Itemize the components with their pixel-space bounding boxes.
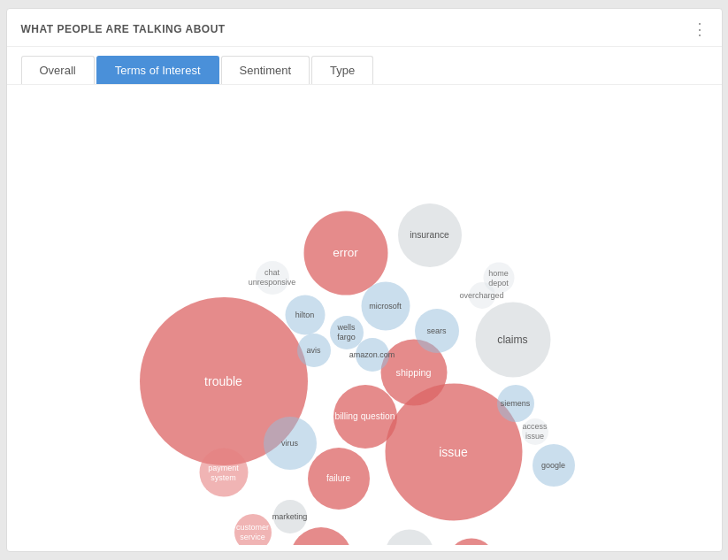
bubble-label: insurance (410, 230, 449, 241)
bubble-siemens[interactable]: siemens (497, 385, 534, 422)
bubble-claims[interactable]: claims (475, 303, 550, 378)
card-title: WHAT PEOPLE ARE TALKING ABOUT (21, 23, 226, 35)
bubble-billing-question[interactable]: billing question (333, 385, 397, 449)
bubble-failure[interactable]: failure (308, 448, 370, 510)
bubble-label: amazon.com (349, 350, 395, 360)
bubble-amazon.com[interactable]: amazon.com (356, 338, 389, 372)
bubble-label: billing question (335, 411, 395, 422)
main-card: WHAT PEOPLE ARE TALKING ABOUT ⋮ OverallT… (6, 8, 723, 552)
bubble-label: customer service (234, 523, 272, 542)
bubble-error[interactable]: error (303, 211, 387, 295)
bubble-chat-unresponsive[interactable]: chat unresponsive (256, 261, 289, 295)
bubble-hilton[interactable]: hilton (285, 295, 325, 335)
bubble-label: access issue (522, 422, 548, 441)
bubble-sears[interactable]: sears (415, 309, 459, 353)
bubble-marketing[interactable]: marketing (273, 500, 307, 533)
tab-type[interactable]: Type (311, 56, 373, 84)
bubble-label: trouble (204, 374, 242, 389)
tab-bar: OverallTerms of InterestSentimentType (7, 47, 722, 85)
bubble-label: issue (439, 445, 468, 460)
bubble-label: google (541, 461, 565, 471)
bubble-label: error (333, 246, 358, 260)
bubble-label: sears (426, 326, 446, 336)
bubble-google[interactable]: google (533, 444, 575, 487)
bubble-label: marketing (272, 512, 308, 522)
tab-overall[interactable]: Overall (21, 56, 95, 84)
bubble-label: microsoft (369, 302, 402, 311)
tab-sentiment[interactable]: Sentiment (221, 56, 310, 84)
bubble-label: hilton (295, 311, 315, 320)
bubble-chart: troubleissueerrorshippingfailurebilling … (7, 85, 722, 545)
bubble-insurance[interactable]: insurance (398, 203, 462, 267)
bubble-virus[interactable]: virus (264, 417, 317, 470)
bubble-label: claims (497, 334, 527, 347)
bubble-label: virus (281, 439, 298, 449)
bubble-avis[interactable]: avis (297, 334, 331, 367)
bubble-microsoft[interactable]: microsoft (361, 282, 410, 331)
bubble-label: wells fargo (330, 323, 364, 342)
bubble-payment-system[interactable]: payment system (199, 449, 248, 497)
bubble-overcharged[interactable]: overcharged (469, 282, 495, 309)
bubble-customer-service[interactable]: customer service (234, 514, 272, 545)
menu-icon[interactable]: ⋮ (692, 19, 708, 39)
bubble-break[interactable]: break (447, 539, 495, 546)
bubble-label: failure (326, 473, 350, 484)
bubble-refuse-to-pay[interactable]: refuse to pay (385, 530, 433, 546)
tab-terms[interactable]: Terms of Interest (96, 56, 219, 84)
bubble-label: shipping (396, 367, 432, 379)
bubble-label: chat unresponsive (249, 268, 296, 288)
card-header: WHAT PEOPLE ARE TALKING ABOUT ⋮ (7, 9, 722, 47)
bubble-label: avis (306, 346, 320, 356)
bubble-access-issue[interactable]: access issue (522, 418, 548, 445)
bubble-label: siemens (501, 399, 531, 409)
bubble-label: payment system (199, 463, 248, 482)
